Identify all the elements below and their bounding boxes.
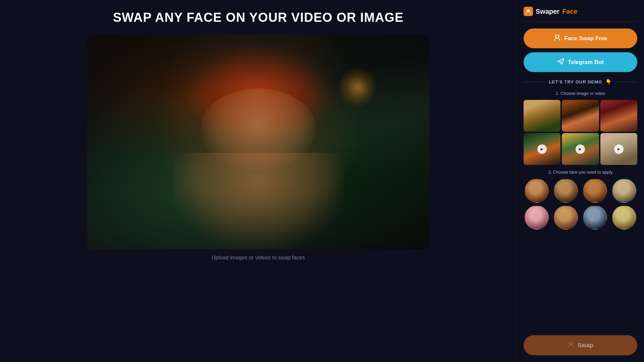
step1-label: 1. Choose image or video [524, 91, 637, 96]
face-image-3 [584, 179, 606, 202]
media-container [87, 35, 429, 249]
svg-point-2 [570, 342, 572, 345]
demo-label: LET'S TRY OUR DEMO [549, 79, 602, 84]
swap-btn-icon [568, 341, 574, 349]
face-image-4 [613, 179, 636, 202]
swap-button-label: Swap [578, 342, 593, 349]
face-image-6 [554, 206, 577, 229]
logo-text-face: Face [562, 8, 578, 15]
face-swap-icon [553, 34, 561, 43]
image-grid: ▶ ▶ ▶ [524, 100, 637, 165]
face-avatar-1[interactable] [525, 179, 549, 203]
faces-grid [524, 179, 637, 230]
telegram-svg [557, 58, 565, 65]
grid-cell-3[interactable] [600, 100, 637, 132]
face-avatar-8[interactable] [612, 205, 636, 230]
main-layout: SWAP ANY FACE ON YOUR VIDEO OR IMAGE Upl… [0, 0, 644, 362]
face-image-1 [525, 179, 548, 202]
face-avatar-2[interactable] [554, 179, 578, 203]
face-avatar-4[interactable] [612, 179, 636, 203]
play-btn-5[interactable]: ▶ [576, 144, 585, 154]
swap-button[interactable]: Swap [524, 335, 637, 355]
face-avatar-6[interactable] [554, 205, 578, 230]
play-btn-4[interactable]: ▶ [537, 144, 547, 154]
face-swap-free-button[interactable]: Face Swap Free [524, 28, 637, 48]
face-image-7 [584, 206, 606, 229]
demo-line-left [524, 82, 546, 82]
grid-cell-1[interactable] [524, 100, 560, 132]
telegram-bot-button[interactable]: Telegram Bot [524, 52, 637, 72]
face-avatar-3[interactable] [583, 179, 607, 203]
demo-divider: LET'S TRY OUR DEMO 👇 [524, 79, 637, 85]
face-swap-free-label: Face Swap Free [564, 35, 607, 42]
upload-hint: Upload images or videos to swap faces [212, 255, 305, 261]
face-swap-svg [553, 34, 561, 41]
grid-cell-5[interactable]: ▶ [562, 133, 599, 165]
telegram-icon [557, 58, 565, 67]
logo-icon [524, 7, 533, 16]
scene-vignette [87, 35, 429, 249]
grid-image-3 [600, 100, 637, 132]
logo-svg [525, 8, 531, 14]
demo-emoji: 👇 [605, 79, 612, 85]
play-btn-6[interactable]: ▶ [614, 144, 624, 154]
logo-row: SwaperFace [524, 7, 637, 22]
face-image-5 [525, 206, 548, 229]
media-placeholder [87, 35, 429, 249]
grid-cell-6[interactable]: ▶ [600, 133, 637, 165]
right-panel: SwaperFace Face Swap Free [517, 0, 644, 362]
face-avatar-5[interactable] [525, 205, 549, 230]
face-image-2 [554, 179, 577, 202]
grid-cell-4[interactable]: ▶ [524, 133, 560, 165]
page-title: SWAP ANY FACE ON YOUR VIDEO OR IMAGE [113, 10, 404, 25]
face-image-8 [613, 206, 636, 229]
face-avatar-7[interactable] [583, 205, 607, 230]
swap-svg [568, 341, 574, 348]
step2-label: 2. Choose face you want to apply [524, 170, 637, 175]
logo-text-swaper: Swaper [536, 8, 559, 15]
demo-line-right [615, 82, 637, 82]
grid-image-1 [524, 100, 560, 132]
left-panel: SWAP ANY FACE ON YOUR VIDEO OR IMAGE Upl… [0, 0, 517, 362]
image-scene [87, 35, 429, 249]
grid-image-2 [562, 100, 599, 132]
telegram-bot-label: Telegram Bot [568, 59, 604, 66]
grid-cell-2[interactable] [562, 100, 599, 132]
